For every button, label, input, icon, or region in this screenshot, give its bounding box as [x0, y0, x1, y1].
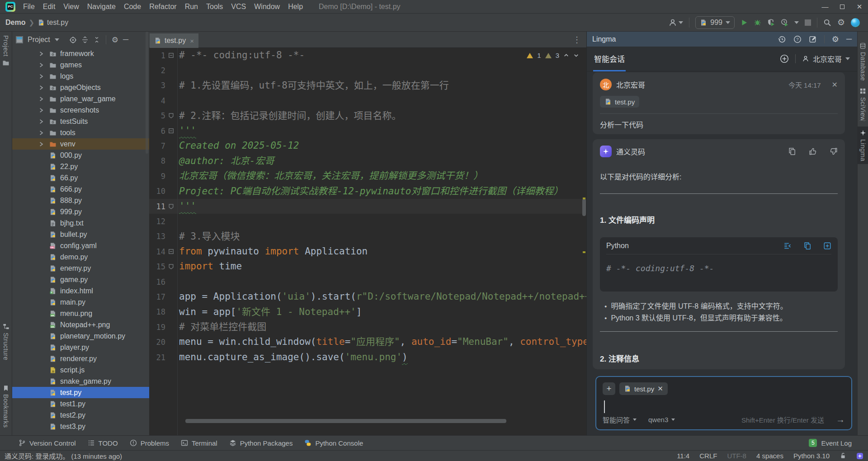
status-crlf[interactable]: CRLF [699, 452, 717, 460]
status-4-spaces[interactable]: 4 spaces [756, 452, 783, 460]
menu-tools[interactable]: Tools [202, 3, 227, 11]
expand-arrow-icon[interactable] [38, 119, 46, 124]
code-line-21[interactable]: menu.capture_as_image().save('menu.png') [178, 350, 586, 365]
toolwindow-python-console[interactable]: Python Console [298, 439, 369, 447]
code-line-1[interactable]: # -*- coding:utf-8 -*- [178, 48, 586, 63]
stripe-project[interactable]: Project [0, 35, 12, 66]
add-to-file-icon[interactable] [823, 242, 831, 250]
code-line-20[interactable]: menu = win.child_window(title="应用程序", au… [178, 334, 586, 349]
stripe-structure[interactable]: Structure [0, 323, 12, 360]
code-line-11[interactable]: ''' [178, 199, 586, 214]
run-configuration-select[interactable]: 999 [695, 16, 735, 29]
thumbs-down-icon[interactable] [830, 147, 838, 155]
debug-button[interactable] [754, 19, 761, 26]
expand-arrow-icon[interactable] [38, 108, 46, 113]
code-line-14[interactable]: from pywinauto import Application [178, 244, 586, 259]
code-line-3[interactable]: # 1.先设置编码，utf-8可支持中英文，如上，一般放在第一行 [178, 78, 586, 93]
code-line-9[interactable]: 北京宏哥（微信搜索：北京宏哥，关注宏哥，提前解锁更多测试干货！） [178, 169, 586, 183]
tree-item-logs[interactable]: logs [12, 71, 149, 82]
account-button[interactable]: 北京宏哥 [802, 53, 850, 64]
expand-all-button[interactable] [81, 36, 89, 43]
locate-file-button[interactable] [69, 36, 77, 44]
tree-item-test-py[interactable]: test.py [12, 387, 149, 398]
event-log-button[interactable]: 5 Event Log [809, 439, 868, 447]
toolwindow-version-control[interactable]: Version Control [13, 439, 82, 447]
tree-item-66-py[interactable]: 66.py [12, 172, 149, 183]
thumbs-up-icon[interactable] [809, 147, 817, 155]
tree-scrollbar[interactable] [146, 32, 148, 154]
tree-item-666-py[interactable]: 666.py [12, 183, 149, 195]
warning-stripe-mark[interactable] [583, 251, 585, 253]
menu-file[interactable]: File [19, 3, 39, 11]
tab-test-py[interactable]: test.py × [150, 33, 198, 48]
tab-smart-session[interactable]: 智能会话 [594, 53, 625, 65]
search-everywhere-button[interactable] [823, 19, 831, 27]
expand-arrow-icon[interactable] [38, 51, 46, 56]
lock-open-icon[interactable] [840, 452, 846, 459]
code-line-13[interactable]: # 3.导入模块 [178, 229, 586, 244]
attached-file-chip[interactable]: test.py ✕ [619, 382, 668, 395]
send-button[interactable]: → [836, 414, 845, 425]
settings-gear-icon[interactable]: ⚙ [832, 34, 839, 44]
tree-item-player-py[interactable]: player.py [12, 342, 149, 353]
tree-item-screenshots[interactable]: screenshots [12, 104, 149, 116]
tree-item-games[interactable]: games [12, 59, 149, 71]
tree-item-plane-war-game[interactable]: plane_war_game [12, 93, 149, 104]
code-line-10[interactable]: Project: PC端自动化测试实战教程-12-pywinauto对窗口和控件… [178, 184, 586, 199]
user-account-button[interactable] [669, 19, 683, 27]
tree-item-notepad-png[interactable]: Notepad++.png [12, 319, 149, 330]
stripe-database[interactable]: Database [858, 40, 868, 84]
stripe-bookmarks[interactable]: Bookmarks [0, 385, 12, 428]
menu-code[interactable]: Code [120, 3, 145, 11]
hide-panel-button[interactable]: ─ [123, 35, 128, 44]
tree-item-test2-py[interactable]: test2.py [12, 409, 149, 421]
expand-arrow-icon[interactable] [38, 130, 46, 136]
code-line-7[interactable]: Created on 2025-05-12 [178, 138, 586, 153]
code-line-18[interactable]: win = app['新文件 1 - Notepad++'] [178, 305, 586, 320]
chat-input-box[interactable]: + test.py ✕ 智能问答 qwen3 Shift+Enter 换行/En… [595, 376, 852, 430]
collapse-all-button[interactable] [93, 36, 100, 43]
history-icon[interactable] [778, 35, 786, 43]
tree-item-game-py[interactable]: game.py [12, 274, 149, 285]
insert-at-caret-icon[interactable] [783, 242, 792, 250]
lingma-sphere-icon[interactable] [851, 18, 860, 27]
tree-item-enemy-py[interactable]: enemy.py [12, 263, 149, 274]
copy-icon[interactable] [803, 242, 811, 250]
close-icon[interactable]: ✕ [832, 80, 838, 89]
tree-item-planetary-motion-py[interactable]: planetary_motion.py [12, 330, 149, 342]
editor-vertical-scrollbar[interactable] [582, 199, 586, 216]
tree-item-bjhg-txt[interactable]: bjhg.txt [12, 217, 149, 229]
window-maximize-button[interactable] [834, 0, 851, 13]
settings-gear-icon[interactable]: ⚙ [112, 35, 118, 45]
menu-run[interactable]: Run [181, 3, 202, 11]
menu-navigate[interactable]: Navigate [83, 3, 120, 11]
tree-item-script-js[interactable]: JSscript.js [12, 364, 149, 376]
tree-item-config-yaml[interactable]: YMLconfig.yaml [12, 240, 149, 251]
menu-edit[interactable]: Edit [39, 3, 60, 11]
status-python-3-10[interactable]: Python 3.10 [793, 452, 830, 460]
breadcrumb-project[interactable]: Demo [5, 19, 25, 27]
tab-options-icon[interactable]: ⋮ [573, 35, 581, 45]
profiler-button[interactable] [781, 19, 788, 26]
toolwindow-problems[interactable]: Problems [124, 439, 175, 447]
menu-help[interactable]: Help [284, 3, 307, 11]
chevron-down-icon[interactable] [794, 21, 799, 24]
toolwindow-python-packages[interactable]: Python Packages [223, 439, 299, 447]
tab-close-icon[interactable]: × [190, 37, 194, 45]
code-line-5[interactable]: # 2.注释：包括记录创建时间，创建人，项目名称。 [178, 108, 586, 123]
minimize-panel-icon[interactable]: ─ [846, 35, 852, 44]
tree-item-menu-png[interactable]: menu.png [12, 308, 149, 319]
settings-gear-icon[interactable]: ⚙ [837, 17, 845, 28]
tree-item-888-py[interactable]: 888.py [12, 195, 149, 206]
expand-arrow-icon[interactable] [38, 62, 46, 68]
tree-item-test3-py[interactable]: test3.py [12, 421, 149, 432]
status-11-4[interactable]: 11:4 [677, 452, 689, 460]
help-icon[interactable]: ? [793, 35, 802, 43]
code-line-16[interactable] [178, 274, 586, 289]
breadcrumb-file[interactable]: test.py [47, 19, 68, 27]
tree-item-test1-py[interactable]: test1.py [12, 398, 149, 409]
window-close-button[interactable]: ✕ [851, 0, 868, 13]
code-line-17[interactable]: app = Application('uia').start(r"D:/soft… [178, 289, 586, 304]
editor-horizontal-scrollbar[interactable] [185, 419, 506, 423]
tree-item-framework[interactable]: framework [12, 48, 149, 59]
